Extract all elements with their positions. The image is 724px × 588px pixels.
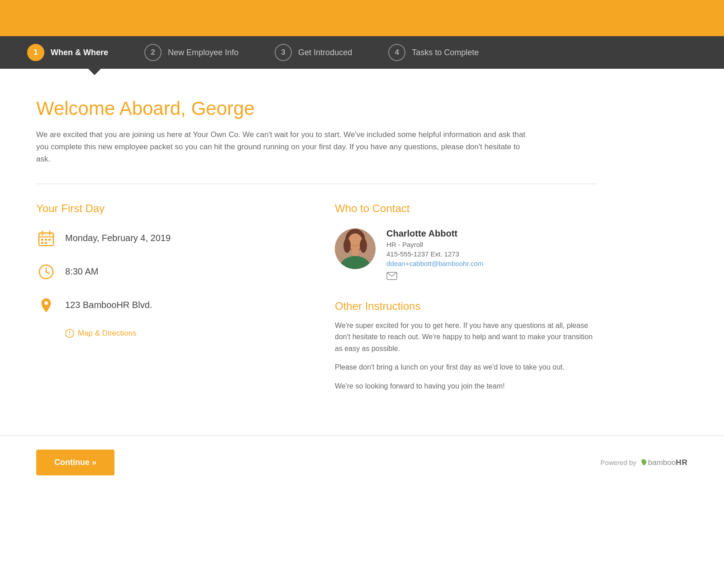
step-1[interactable]: 1 When & Where — [27, 44, 108, 61]
footer: Continue » Powered by bambooHR — [0, 436, 724, 489]
step-4-label: Tasks to Complete — [412, 48, 479, 57]
contact-email-link[interactable]: ddean+cabbott@bamboohr.com — [386, 260, 483, 267]
map-link-text: Map & Directions — [78, 329, 136, 338]
continue-button[interactable]: Continue » — [36, 450, 114, 475]
contact-info: Charlotte Abbott HR - Payroll 415-555-12… — [386, 228, 483, 282]
left-column: Your First Day — [36, 202, 299, 399]
bamboohr-brand-name: bambooHR — [648, 458, 688, 467]
contact-role: HR - Payroll — [386, 241, 483, 248]
map-link-icon — [65, 329, 74, 338]
instructions-para-2: Please don't bring a lunch on your first… — [335, 361, 597, 373]
powered-by-label: Powered by — [600, 459, 636, 466]
time-row: 8:30 AM — [36, 262, 299, 282]
step-4-circle: 4 — [388, 44, 405, 61]
svg-rect-9 — [45, 242, 47, 244]
other-instructions-title: Other Instructions — [335, 300, 597, 313]
svg-line-12 — [46, 272, 49, 274]
stepper-arrow — [52, 69, 724, 75]
svg-rect-6 — [45, 239, 47, 241]
step-4[interactable]: 4 Tasks to Complete — [388, 44, 479, 61]
contact-card: Charlotte Abbott HR - Payroll 415-555-12… — [335, 228, 597, 282]
svg-point-21 — [360, 238, 367, 253]
svg-rect-7 — [48, 239, 51, 241]
email-icon[interactable] — [386, 272, 483, 282]
step-2[interactable]: 2 New Employee Info — [144, 44, 238, 61]
map-directions-link[interactable]: Map & Directions — [65, 329, 299, 338]
step-3-label: Get Introduced — [298, 48, 352, 57]
clock-icon — [36, 262, 56, 282]
avatar — [335, 228, 376, 269]
step-3-circle: 3 — [275, 44, 292, 61]
contact-phone: 415-555-1237 Ext. 1273 — [386, 250, 483, 258]
svg-point-16 — [69, 334, 70, 335]
location-icon — [36, 295, 56, 315]
stepper-nav: 1 When & Where 2 New Employee Info 3 Get… — [0, 36, 724, 69]
calendar-icon — [36, 228, 56, 248]
step-1-label: When & Where — [51, 48, 108, 57]
time-text: 8:30 AM — [65, 266, 98, 277]
leaf-icon — [640, 458, 648, 466]
bamboohr-logo: bambooHR — [640, 458, 688, 467]
instructions-para-1: We're super excited for you to get here.… — [335, 320, 597, 355]
powered-by: Powered by bambooHR — [600, 458, 688, 467]
date-row: Monday, February 4, 2019 — [36, 228, 299, 248]
svg-rect-8 — [41, 242, 43, 244]
date-text: Monday, February 4, 2019 — [65, 233, 171, 243]
address-text: 123 BambooHR Blvd. — [65, 300, 152, 310]
step-2-circle: 2 — [144, 44, 162, 61]
step-3[interactable]: 3 Get Introduced — [275, 44, 352, 61]
step-2-label: New Employee Info — [168, 48, 238, 57]
welcome-title: Welcome Aboard, George — [36, 98, 597, 119]
top-bar — [0, 0, 724, 36]
instructions-para-3: We're so looking forward to having you j… — [335, 380, 597, 392]
svg-rect-22 — [352, 250, 358, 256]
right-column: Who to Contact — [335, 202, 597, 399]
svg-rect-5 — [41, 239, 43, 241]
first-day-title: Your First Day — [36, 202, 299, 215]
contact-name: Charlotte Abbott — [386, 228, 483, 239]
svg-point-20 — [343, 238, 351, 253]
step-1-circle: 1 — [27, 44, 44, 61]
two-column-layout: Your First Day — [36, 202, 597, 399]
contact-title: Who to Contact — [335, 202, 597, 215]
location-row: 123 BambooHR Blvd. — [36, 295, 299, 315]
svg-rect-1 — [39, 233, 53, 237]
main-content: Welcome Aboard, George We are excited th… — [0, 75, 634, 417]
svg-point-13 — [44, 301, 48, 305]
welcome-text: We are excited that you are joining us h… — [36, 128, 534, 166]
section-divider — [36, 184, 597, 184]
